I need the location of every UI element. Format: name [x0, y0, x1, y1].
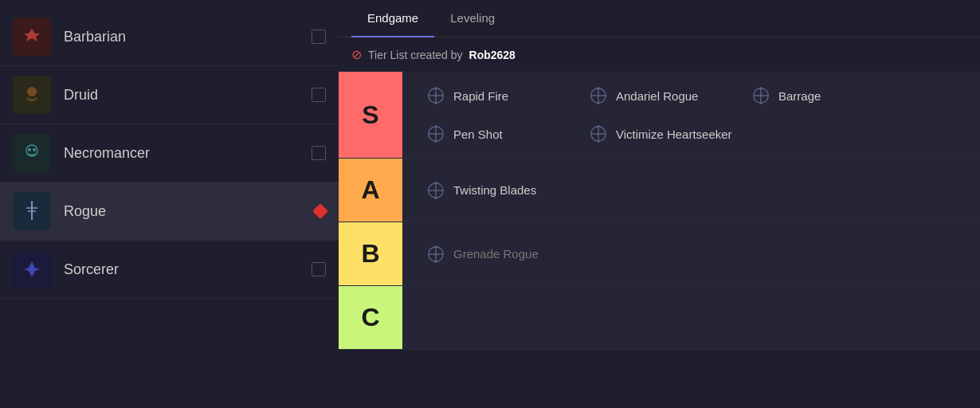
- sidebar: Barbarian Druid Necromancer Rogue Sorcer…: [0, 0, 339, 408]
- tier-meta-author: Rob2628: [469, 49, 515, 61]
- tier-row-c: C: [339, 286, 980, 350]
- druid-icon: [13, 76, 51, 114]
- druid-label: Druid: [64, 87, 299, 104]
- tier-meta-prefix: Tier List created by: [368, 49, 463, 61]
- tier-row-b: B Grenade Rogue: [339, 222, 980, 286]
- sorcerer-label: Sorcerer: [64, 261, 299, 278]
- tier-label-a: A: [339, 159, 402, 222]
- barbarian-label: Barbarian: [64, 29, 299, 45]
- necromancer-label: Necromancer: [64, 145, 299, 162]
- build-item[interactable]: Pen Shot: [412, 116, 571, 151]
- build-icon: [425, 243, 447, 265]
- sidebar-item-druid[interactable]: Druid: [0, 66, 339, 124]
- tier-row-s: S Rapid Fire Andariel Rogue Barrage Pen …: [339, 72, 980, 159]
- tier-meta-icon: ⊘: [351, 47, 362, 62]
- build-icon: [587, 84, 610, 107]
- sorcerer-icon: [13, 250, 51, 288]
- build-icon: [425, 84, 447, 107]
- build-name: Victimize Heartseeker: [616, 128, 732, 141]
- tier-builds-b: Grenade Rogue: [402, 222, 980, 285]
- build-name: Twisting Blades: [453, 183, 536, 197]
- rogue-icon: [13, 192, 51, 230]
- build-item[interactable]: Grenade Rogue: [412, 237, 571, 272]
- tier-label-c: C: [339, 286, 402, 349]
- necromancer-icon: [13, 134, 51, 172]
- build-name: Barrage: [778, 89, 821, 103]
- build-name: Pen Shot: [453, 128, 503, 141]
- build-item[interactable]: Barrage: [737, 78, 896, 113]
- build-item[interactable]: Twisting Blades: [412, 173, 571, 208]
- tier-label-b: B: [339, 222, 402, 285]
- tab-leveling[interactable]: Leveling: [434, 0, 511, 37]
- build-item[interactable]: Andariel Rogue: [574, 78, 734, 113]
- svg-point-2: [28, 148, 31, 151]
- svg-point-0: [27, 87, 37, 96]
- main-content: EndgameLeveling ⊘ Tier List created by R…: [339, 0, 980, 408]
- build-icon: [587, 123, 610, 145]
- necromancer-indicator: [312, 146, 326, 160]
- tier-builds-a: Twisting Blades: [402, 159, 980, 222]
- build-name: Rapid Fire: [453, 89, 508, 103]
- barbarian-icon: [13, 18, 51, 56]
- build-name: Grenade Rogue: [453, 247, 539, 261]
- tabs-bar: EndgameLeveling: [339, 0, 980, 37]
- sidebar-item-sorcerer[interactable]: Sorcerer: [0, 241, 339, 299]
- sorcerer-indicator: [312, 262, 326, 277]
- tier-row-a: A Twisting Blades: [339, 159, 980, 222]
- build-name: Andariel Rogue: [616, 89, 698, 103]
- sidebar-item-barbarian[interactable]: Barbarian: [0, 8, 339, 66]
- tier-meta: ⊘ Tier List created by Rob2628: [339, 37, 980, 72]
- tab-endgame[interactable]: Endgame: [351, 0, 434, 37]
- tier-table: S Rapid Fire Andariel Rogue Barrage Pen …: [339, 72, 980, 408]
- tier-builds-s: Rapid Fire Andariel Rogue Barrage Pen Sh…: [402, 72, 980, 158]
- barbarian-indicator: [312, 29, 326, 44]
- druid-indicator: [312, 88, 326, 102]
- tier-label-s: S: [339, 72, 402, 158]
- build-icon: [750, 84, 772, 107]
- sidebar-item-rogue[interactable]: Rogue: [0, 182, 339, 241]
- svg-point-3: [33, 148, 36, 151]
- build-icon: [425, 179, 447, 202]
- build-item[interactable]: Victimize Heartseeker: [574, 116, 745, 151]
- sidebar-item-necromancer[interactable]: Necromancer: [0, 124, 339, 182]
- rogue-indicator: [312, 203, 328, 219]
- build-item[interactable]: Rapid Fire: [412, 78, 571, 113]
- build-icon: [425, 123, 447, 145]
- tier-builds-c: [402, 286, 980, 349]
- rogue-label: Rogue: [64, 203, 302, 220]
